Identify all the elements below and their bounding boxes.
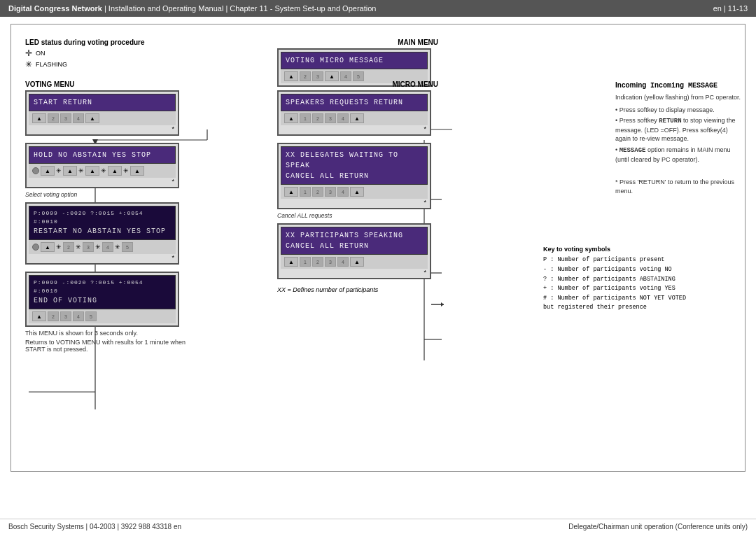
v3-btn-4[interactable]: 4 <box>102 242 113 252</box>
m3-btn-arrow5[interactable]: ▲ <box>350 257 364 267</box>
m2-btn-2[interactable]: 2 <box>312 187 323 197</box>
voting-lcd3: P:0099 -:0020 ?:0015 +:0054 #:0010 RESTA… <box>29 206 176 240</box>
voting-screen2: HOLD NO ABSTAIN YES STOP ▲ ✳ ▲ ✳ ▲ ✳ ▲ ✳… <box>25 143 179 188</box>
header-subtitle: | Installation and Operating Manual | Ch… <box>104 4 377 13</box>
v4-btn-2[interactable]: 2 <box>48 311 59 321</box>
m2-btn-3[interactable]: 3 <box>325 187 336 197</box>
voting-lcd4: P:0099 -:0020 ?:0015 +:0054 #:0010 END O… <box>29 275 176 309</box>
incoming-label: Incoming Incoming MESSAGE <box>615 80 741 91</box>
v2-btn-arrow5[interactable]: ▲ <box>130 166 144 176</box>
return-label: RETURN <box>659 118 681 125</box>
m2-star: * <box>281 199 428 206</box>
v4-btn-3[interactable]: 3 <box>60 311 71 321</box>
key-minus: - : Number of participants voting NO <box>543 265 704 275</box>
header: Digital Congress Network | Installation … <box>0 0 756 17</box>
micro-screen3: XX PARTICIPANTS SPEAKING CANCEL ALL RETU… <box>277 223 431 279</box>
v1-btn-2[interactable]: 2 <box>48 113 59 123</box>
v1-btn-arrow1[interactable]: ▲ <box>32 113 46 123</box>
v3-star3: ✳ <box>95 244 101 251</box>
main-btn-2[interactable]: 2 <box>300 71 311 81</box>
bullet1: • Press softkey to display message. <box>615 106 741 115</box>
micro-screen3-buttons: ▲ 1 2 3 4 ▲ <box>281 255 428 269</box>
footer-right: Delegate/Chairman unit operation (Confer… <box>568 523 748 531</box>
m2-btn-4[interactable]: 4 <box>337 187 349 197</box>
svg-marker-17 <box>441 302 444 307</box>
micro-menu-label: MICRO MENU <box>277 80 438 88</box>
led-flash-label: FLASHING <box>36 61 67 68</box>
bullet3: • MESSAGE option remains in MAIN menu (u… <box>615 146 741 164</box>
key-plus: + : Number of participants voting YES <box>543 284 704 294</box>
main-content: LED status during voting procedure ✛ ON … <box>0 17 756 519</box>
m1-star: * <box>281 125 428 132</box>
led-on-row: ✛ ON <box>25 48 145 58</box>
voting-screen3: P:0099 -:0020 ?:0015 +:0054 #:0010 RESTA… <box>25 202 179 265</box>
m1-btn-arrow5[interactable]: ▲ <box>350 113 364 123</box>
m3-star: * <box>281 269 428 276</box>
m1-btn-2[interactable]: 2 <box>312 113 323 123</box>
header-left: Digital Congress Network | Installation … <box>8 4 376 13</box>
v1-btn-3[interactable]: 3 <box>60 113 71 123</box>
v2-btn-arrow2[interactable]: ▲ <box>63 166 77 176</box>
key-title: Key to voting symbols <box>543 244 704 254</box>
voting-menu-section: VOTING MENU START RETURN ▲ 2 3 4 ▲ * <box>25 80 193 353</box>
led-flash-icon: ✳ <box>25 59 32 69</box>
main-btn-arrow1[interactable]: ▲ <box>284 71 298 81</box>
led-section: LED status during voting procedure ✛ ON … <box>25 38 145 71</box>
m3-btn-3[interactable]: 3 <box>325 257 336 267</box>
m1-btn-3[interactable]: 3 <box>325 113 336 123</box>
v4-btn-4[interactable]: 4 <box>73 311 84 321</box>
voting-bottom-note1: This MENU is shown for 3 seconds only. <box>25 330 193 337</box>
v2-btn-arrow3[interactable]: ▲ <box>85 166 99 176</box>
voting-menu-label: VOTING MENU <box>25 80 193 88</box>
m2-btn-arrow1[interactable]: ▲ <box>284 187 298 197</box>
main-menu-lcd: VOTING MICRO MESSAGE <box>281 52 428 69</box>
v3-btn-5[interactable]: 5 <box>122 242 133 252</box>
m3-btn-1[interactable]: 1 <box>300 257 311 267</box>
v1-btn-4[interactable]: 4 <box>73 113 84 123</box>
voting-screen3-buttons: ▲ ✳ 2 ✳ 3 ✳ 4 ✳ 5 <box>29 240 176 254</box>
v3-btn-3[interactable]: 3 <box>83 242 94 252</box>
m3-btn-2[interactable]: 2 <box>312 257 323 267</box>
m3-btn-4[interactable]: 4 <box>337 257 349 267</box>
micro-lcd3: XX PARTICIPANTS SPEAKING CANCEL ALL RETU… <box>281 227 428 255</box>
v3-star2: ✳ <box>76 244 81 251</box>
m2-btn-1[interactable]: 1 <box>300 187 311 197</box>
m2-btn-arrow5[interactable]: ▲ <box>350 187 364 197</box>
voting-lcd4-line1: P:0099 -:0020 ?:0015 +:0054 #:0010 <box>34 279 171 295</box>
voting-screen4: P:0099 -:0020 ?:0015 +:0054 #:0010 END O… <box>25 272 179 327</box>
v2-star3: ✳ <box>101 167 106 174</box>
led-solid-icon: ✛ <box>25 48 32 58</box>
v2-star2: ✳ <box>78 167 84 174</box>
key-hash: # : Number of participants NOT YET VOTED <box>543 294 704 304</box>
m1-btn-1[interactable]: 1 <box>300 113 311 123</box>
voting-lcd4-line2: END OF VOTING <box>34 295 171 306</box>
v3-btn-2[interactable]: 2 <box>63 242 74 252</box>
micro-lcd2-line2: CANCEL ALL RETURN <box>286 171 423 181</box>
main-btn-4[interactable]: 4 <box>340 71 351 81</box>
message-option-label: MESSAGE <box>620 147 646 154</box>
m1-btn-arrow1[interactable]: ▲ <box>284 113 298 123</box>
v3-btn-arrow1[interactable]: ▲ <box>41 242 55 252</box>
v4-btn-arrow1[interactable]: ▲ <box>32 311 46 321</box>
led-on-label: ON <box>36 50 46 57</box>
v3-star1: ✳ <box>56 244 62 251</box>
micro-lcd1-line1: SPEAKERS REQUESTS RETURN <box>286 97 423 108</box>
voting-lcd2-line1: HOLD NO ABSTAIN YES STOP <box>34 150 171 160</box>
v2-btn-arrow4[interactable]: ▲ <box>108 166 122 176</box>
m3-btn-arrow1[interactable]: ▲ <box>284 257 298 267</box>
main-btn-arrow4[interactable]: ▲ <box>325 71 339 81</box>
micro-lcd2: XX DELEGATES WAITING TO SPEAK CANCEL ALL… <box>281 146 428 185</box>
v4-btn-5[interactable]: 5 <box>85 311 97 321</box>
key-section: Key to voting symbols P : Number of part… <box>543 244 704 313</box>
voting-screen2-buttons: ▲ ✳ ▲ ✳ ▲ ✳ ▲ ✳ ▲ <box>29 164 176 178</box>
main-menu-lcd-line1: VOTING MICRO MESSAGE <box>286 55 423 66</box>
key-q: ? : Number of participants ABSTAINING <box>543 275 704 285</box>
v1-btn-arrow5[interactable]: ▲ <box>85 113 99 123</box>
main-btn-3[interactable]: 3 <box>312 71 323 81</box>
notes-section: Incoming Incoming MESSAGE Indication (ye… <box>615 80 741 195</box>
main-btn-5[interactable]: 5 <box>353 71 364 81</box>
voting-screen4-buttons: ▲ 2 3 4 5 <box>29 309 176 323</box>
m1-btn-4[interactable]: 4 <box>337 113 349 123</box>
v2-btn-arrow1[interactable]: ▲ <box>41 166 55 176</box>
key-p: P : Number of participants present <box>543 255 704 265</box>
